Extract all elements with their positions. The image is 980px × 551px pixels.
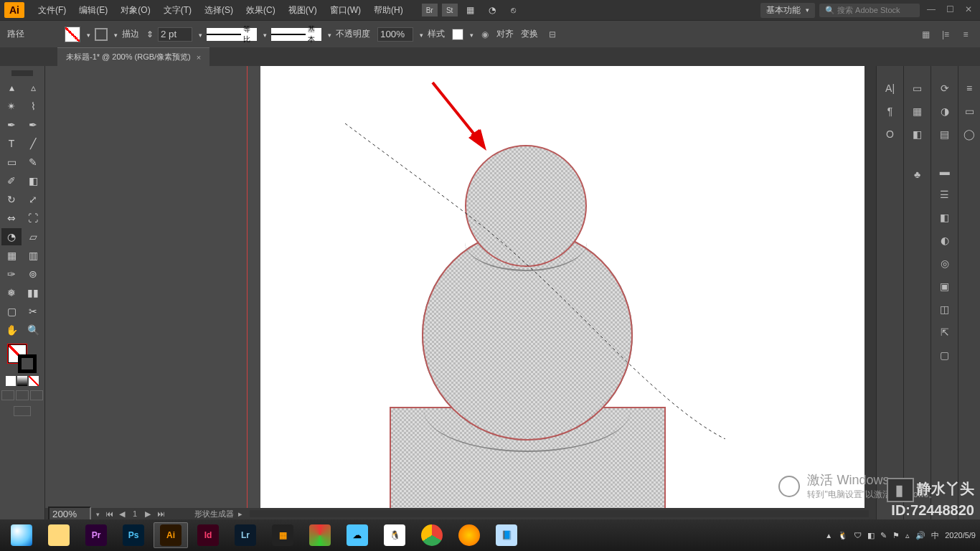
artboards-panel-icon[interactable]: ▢ bbox=[937, 347, 953, 363]
artboard-tool[interactable]: ▢ bbox=[1, 303, 22, 320]
mesh-tool[interactable]: ▦ bbox=[1, 247, 22, 264]
hand-tool[interactable]: ✋ bbox=[1, 321, 22, 339]
tray-network-icon[interactable]: ▵ bbox=[905, 531, 910, 540]
variable-width-profile[interactable]: 等比 bbox=[207, 28, 257, 41]
layers-panel-icon[interactable]: ◫ bbox=[937, 301, 953, 317]
direct-selection-tool[interactable]: ▵ bbox=[23, 79, 43, 96]
color-mode-color[interactable] bbox=[6, 376, 16, 386]
blend-tool[interactable]: ⊚ bbox=[23, 265, 43, 283]
cc-panel-icon[interactable]: ◯ bbox=[961, 126, 977, 142]
eraser-tool[interactable]: ◧ bbox=[23, 172, 43, 189]
asset-export-panel-icon[interactable]: ⇱ bbox=[937, 324, 953, 340]
taskbar-photoshop[interactable]: Ps bbox=[116, 522, 151, 548]
stock-icon[interactable]: St bbox=[442, 4, 458, 17]
transform-panel-icon[interactable]: ▦ bbox=[910, 103, 925, 119]
taskbar-chrome[interactable] bbox=[415, 522, 449, 548]
symbols-panel-icon[interactable]: ♣ bbox=[910, 166, 925, 182]
pen-tool[interactable]: ✒ bbox=[1, 116, 22, 133]
tray-clip-icon[interactable]: ✎ bbox=[880, 531, 887, 540]
character-panel-icon[interactable]: A| bbox=[882, 80, 898, 96]
brush-dropdown[interactable] bbox=[326, 29, 331, 39]
menu-view[interactable]: 视图(V) bbox=[282, 4, 324, 17]
opentype-panel-icon[interactable]: O bbox=[882, 126, 898, 142]
menu-edit[interactable]: 编辑(E) bbox=[72, 4, 114, 17]
stroke-dropdown[interactable] bbox=[112, 29, 118, 39]
tray-volume-icon[interactable]: 🔊 bbox=[915, 531, 925, 540]
tray-datetime[interactable]: 2020/5/9 bbox=[945, 531, 976, 540]
vertical-scrollbar[interactable] bbox=[864, 66, 876, 508]
rectangle-tool[interactable]: ▭ bbox=[1, 154, 22, 171]
selection-tool[interactable]: ▴ bbox=[1, 79, 22, 96]
properties-panel-icon[interactable]: ≡ bbox=[961, 80, 977, 96]
tray-security-icon[interactable]: 🛡 bbox=[854, 531, 862, 540]
document-tab[interactable]: 未标题-1* @ 200% (RGB/像素预览) × bbox=[57, 47, 209, 66]
fill-swatch[interactable] bbox=[65, 27, 80, 42]
taskbar-indesign[interactable]: Id bbox=[191, 522, 225, 548]
width-tool[interactable]: ⇔ bbox=[1, 209, 22, 227]
menu-file[interactable]: 文件(F) bbox=[32, 4, 72, 17]
status-menu-icon[interactable]: ▸ bbox=[238, 509, 242, 519]
free-transform-tool[interactable]: ⛶ bbox=[23, 209, 43, 227]
brushes-panel-icon[interactable]: ▬ bbox=[937, 164, 953, 179]
stroke-weight-input[interactable] bbox=[158, 27, 192, 42]
opacity-input[interactable] bbox=[377, 27, 413, 42]
window-minimize-button[interactable]: — bbox=[924, 4, 938, 16]
zoom-dropdown[interactable] bbox=[94, 509, 100, 518]
menu-help[interactable]: 帮助(H) bbox=[367, 4, 410, 17]
taskbar-notes[interactable]: 📘 bbox=[489, 522, 524, 548]
essentials-icon[interactable]: ▦ bbox=[918, 27, 933, 42]
tray-app-icon[interactable]: ◧ bbox=[867, 531, 875, 540]
type-tool[interactable]: T bbox=[1, 135, 22, 152]
perspective-grid-tool[interactable]: ▱ bbox=[23, 228, 43, 245]
paintbrush-tool[interactable]: ✎ bbox=[23, 154, 43, 171]
menu-window[interactable]: 窗口(W) bbox=[324, 4, 367, 17]
system-tray[interactable]: ▲ 🐧 🛡 ◧ ✎ ⚑ ▵ 🔊 中 2020/5/9 bbox=[825, 530, 976, 541]
rotate-tool[interactable]: ↻ bbox=[1, 191, 22, 208]
gradient-panel-icon[interactable]: ◧ bbox=[937, 209, 953, 225]
taskbar-app-2[interactable] bbox=[303, 522, 337, 548]
curvature-tool[interactable]: ✒ bbox=[23, 116, 43, 133]
paragraph-panel-icon[interactable]: ¶ bbox=[882, 103, 898, 119]
taskbar-browser[interactable] bbox=[4, 522, 39, 548]
pathfinder-panel-icon[interactable]: ◧ bbox=[910, 126, 925, 142]
recolor-artwork-icon[interactable]: ◉ bbox=[478, 27, 492, 42]
color-mode-none[interactable] bbox=[29, 376, 39, 386]
magic-wand-tool[interactable]: ✴ bbox=[1, 98, 22, 115]
close-tab-icon[interactable]: × bbox=[197, 53, 201, 62]
stroke-weight-dropdown[interactable] bbox=[197, 29, 202, 39]
canvas-area[interactable]: ⏮◀ 1 ▶⏭ 形状生成器 ▸ bbox=[45, 66, 876, 519]
scale-tool[interactable]: ⤢ bbox=[23, 191, 43, 208]
search-stock-input[interactable]: 🔍 搜索 Adobe Stock bbox=[819, 4, 920, 17]
tray-qq-icon[interactable]: 🐧 bbox=[838, 531, 848, 540]
draw-behind[interactable] bbox=[16, 390, 29, 400]
fill-dropdown[interactable] bbox=[85, 29, 90, 39]
layers2-panel-icon[interactable]: ▭ bbox=[961, 103, 977, 119]
taskbar-illustrator[interactable]: Ai bbox=[154, 522, 188, 548]
line-segment-tool[interactable]: ╱ bbox=[23, 135, 43, 152]
column-graph-tool[interactable]: ▮▮ bbox=[23, 284, 43, 301]
horizontal-scrollbar[interactable] bbox=[250, 510, 869, 517]
taskbar-qq[interactable]: 🐧 bbox=[377, 522, 412, 548]
libraries-panel-icon[interactable]: ⟳ bbox=[937, 80, 953, 96]
graphic-style-swatch[interactable] bbox=[452, 29, 463, 40]
shape-builder-tool[interactable]: ◔ bbox=[1, 228, 22, 245]
taskbar-app-1[interactable]: ▦ bbox=[265, 522, 300, 548]
stroke-color-icon[interactable] bbox=[18, 354, 37, 373]
tray-overflow-icon[interactable]: ▲ bbox=[825, 532, 832, 540]
stroke-weight-stepper[interactable]: ⇕ bbox=[146, 29, 154, 39]
arrange-documents-icon[interactable]: ▦ bbox=[462, 4, 479, 17]
color-panel-icon[interactable]: ◑ bbox=[937, 103, 953, 119]
slice-tool[interactable]: ✂ bbox=[23, 303, 43, 320]
style-dropdown[interactable] bbox=[468, 29, 473, 39]
transform-label[interactable]: 变换 bbox=[521, 28, 538, 40]
window-close-button[interactable]: ✕ bbox=[961, 4, 976, 16]
taskbar-explorer[interactable] bbox=[42, 522, 76, 548]
taskbar-lightroom[interactable]: Lr bbox=[228, 522, 263, 548]
symbol-sprayer-tool[interactable]: ❅ bbox=[1, 284, 22, 301]
taskbar-app-3[interactable]: ☁ bbox=[340, 522, 374, 548]
stroke-panel-icon[interactable]: ☰ bbox=[937, 187, 953, 202]
menu-effect[interactable]: 效果(C) bbox=[240, 4, 282, 17]
lasso-tool[interactable]: ⌇ bbox=[23, 98, 43, 115]
swatches-panel-icon[interactable]: ▤ bbox=[937, 126, 953, 142]
draw-inside[interactable] bbox=[30, 390, 43, 400]
